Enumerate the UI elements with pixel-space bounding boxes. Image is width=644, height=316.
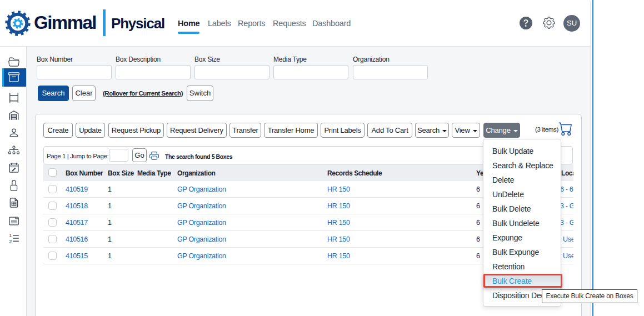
svg-text:1: 1 bbox=[9, 233, 12, 238]
svg-text:2: 2 bbox=[9, 239, 12, 244]
